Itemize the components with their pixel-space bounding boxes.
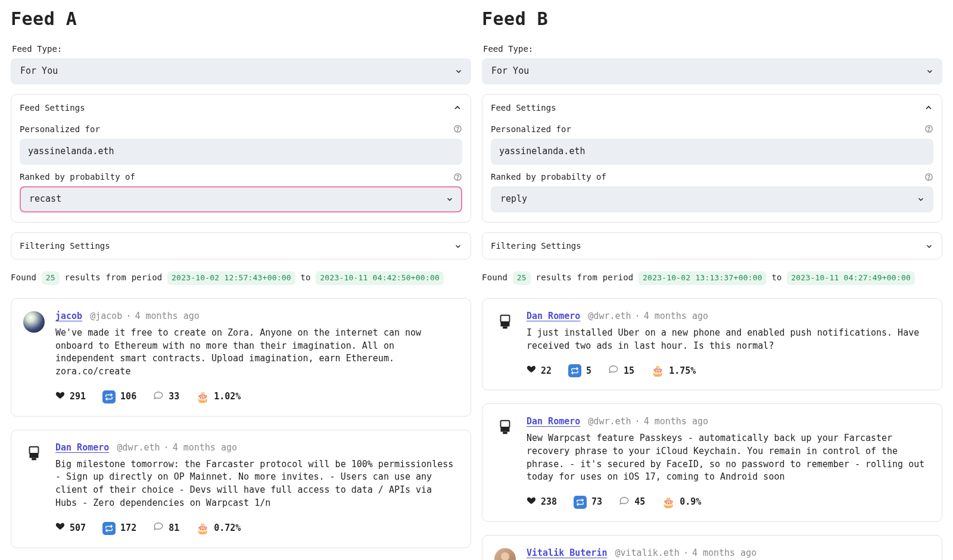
post-content: New Warpcast feature Passkeys - automati… [527,432,930,484]
ranked-by-select[interactable]: reply [491,186,933,212]
recasts-metric[interactable]: 172 [102,522,136,535]
replies-metric[interactable]: 33 [153,390,179,405]
chevron-down-icon [454,67,463,76]
probability-value: 0.9% [680,496,701,509]
filtering-settings-header: Filtering Settings [20,240,110,252]
filtering-settings-header: Filtering Settings [491,240,581,252]
heart-icon [55,390,65,404]
ranked-by-select[interactable]: recast [20,186,462,212]
help-icon[interactable] [453,173,462,182]
replies-metric[interactable]: 81 [153,521,179,536]
separator-dot: · [635,416,640,427]
recasts-metric[interactable]: 73 [574,496,602,509]
feed-title: Feed A [11,6,471,32]
post-time: 4 months ago [644,416,708,427]
filtering-settings-panel[interactable]: Filtering Settings [11,232,471,259]
likes-metric[interactable]: 507 [55,521,86,535]
chevron-down-icon [454,242,462,250]
author-handle: @jacob [90,311,122,321]
svg-rect-19 [501,427,510,432]
probability-metric: 🎂0.9% [662,495,701,510]
chevron-down-icon [925,242,933,250]
author-link[interactable]: Vitalik Buterin [527,548,607,558]
likes-metric[interactable]: 238 [527,496,557,509]
chevron-up-icon[interactable] [924,103,933,112]
post-metrics: 29110633🎂1.02% [55,389,459,405]
author-handle: @dwr.eth [588,311,631,321]
svg-rect-15 [501,315,510,322]
probability-metric: 🎂0.72% [196,521,241,536]
help-icon[interactable] [924,173,933,182]
chevron-down-icon [446,195,454,204]
svg-rect-6 [32,458,36,460]
post-card: Dan Romero @dwr.eth·4 months agoI just i… [482,298,942,390]
help-icon[interactable] [924,124,933,133]
replies-count: 45 [634,496,645,509]
svg-rect-5 [30,453,39,458]
probability-value: 1.02% [214,390,241,403]
post-content: We've made it free to create on Zora. An… [55,327,459,378]
personalized-for-label: Personalized for [20,123,100,135]
post-byline: Vitalik Buterin @vitalik.eth·4 months ag… [527,547,930,560]
post-metrics: 22515🎂1.75% [527,363,930,378]
chevron-up-icon[interactable] [453,103,462,112]
reply-icon [619,495,630,510]
post-byline: Dan Romero @dwr.eth·4 months ago [527,310,930,323]
found-start-chip: 2023-10-02 13:13:37+00:00 [639,271,767,285]
post-time: 4 months ago [644,311,708,321]
avatar [494,311,516,333]
recast-icon [102,390,116,403]
recasts-count: 73 [591,496,602,509]
filtering-settings-panel[interactable]: Filtering Settings [482,232,942,259]
feed-settings-header: Feed Settings [491,102,556,114]
recast-icon [574,496,587,509]
likes-count: 507 [70,522,86,535]
heart-icon [527,496,536,509]
post-time: 4 months ago [692,548,756,558]
feed-type-label: Feed Type: [483,43,942,55]
ranked-by-value: recast [29,193,61,204]
svg-point-12 [929,131,929,132]
ranked-by-label: Ranked by probabilty of [491,171,606,183]
author-link[interactable]: Dan Romero [527,416,580,427]
ranked-by-label: Ranked by probabilty of [20,171,135,183]
personalized-for-input[interactable]: yassinelanda.eth [20,139,462,165]
author-handle: @vitalik.eth [615,548,680,558]
avatar [494,417,516,438]
post-time: 4 months ago [135,311,199,321]
likes-metric[interactable]: 291 [55,390,86,404]
post-byline: Dan Romero @dwr.eth·4 months ago [527,415,930,428]
personalized-for-value: yassinelanda.eth [499,146,585,157]
post-card: Dan Romero @dwr.eth·4 months agoBig mile… [11,430,471,548]
found-end-chip: 2023-10-11 04:42:50+00:00 [316,271,444,285]
reply-icon [153,521,164,536]
svg-rect-18 [501,421,510,427]
replies-count: 81 [169,522,179,535]
svg-point-3 [457,179,458,179]
post-byline: Dan Romero @dwr.eth·4 months ago [55,442,459,455]
cake-icon: 🎂 [651,363,664,378]
found-start-chip: 2023-10-02 12:57:43+00:00 [167,271,295,285]
svg-rect-4 [30,447,39,453]
likes-count: 291 [70,390,86,403]
recasts-metric[interactable]: 106 [102,390,136,403]
post-card: jacob @jacob·4 months agoWe've made it f… [11,298,471,417]
recasts-metric[interactable]: 5 [568,364,591,377]
feed-type-select[interactable]: For You [482,58,942,85]
help-icon[interactable] [453,124,462,133]
svg-point-21 [501,552,509,560]
author-link[interactable]: Dan Romero [527,311,580,321]
recast-icon [568,364,581,377]
replies-metric[interactable]: 15 [608,364,634,378]
replies-metric[interactable]: 45 [619,495,645,510]
svg-rect-17 [503,327,507,329]
feed-type-select[interactable]: For You [11,58,471,85]
author-link[interactable]: jacob [55,311,82,321]
likes-metric[interactable]: 22 [527,364,552,378]
post-metrics: 50717281🎂0.72% [55,521,459,536]
avatar [23,443,45,464]
results-summary: Found 25 results from period 2023-10-02 … [11,271,471,285]
reply-icon [608,364,619,378]
author-link[interactable]: Dan Romero [55,442,109,453]
personalized-for-input[interactable]: yassinelanda.eth [491,139,933,165]
